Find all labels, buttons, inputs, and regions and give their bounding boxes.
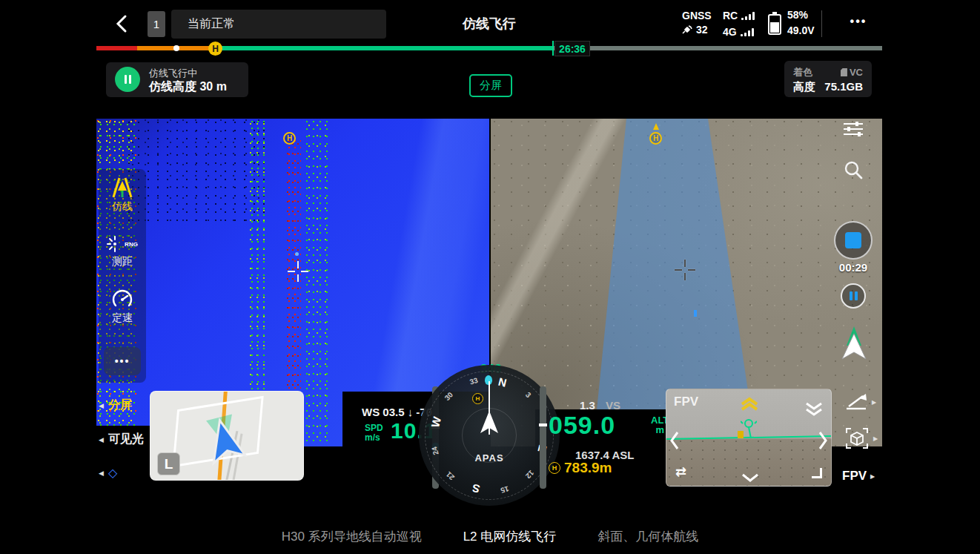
fpv-waypoint-marker (738, 431, 744, 438)
more-menu-button[interactable]: ••• (844, 15, 873, 33)
tab-h30-inspection[interactable]: H30 系列导地线自动巡视 (280, 521, 423, 554)
mission-status-panel[interactable]: 仿线飞行中 仿线高度 30 m (106, 62, 248, 97)
back-button[interactable] (111, 12, 133, 36)
layer-pointcloud-toggle[interactable]: ◀ ◇ (99, 466, 117, 480)
rc-label: RC (723, 10, 738, 22)
crosshair-left (288, 261, 310, 282)
pan-right-chevron-icon[interactable] (818, 431, 828, 450)
home-point-marker: H (649, 132, 662, 145)
fpv-window-label: FPV (674, 395, 698, 409)
home-pointer-icon (652, 123, 660, 131)
collapse-window-chevron-icon[interactable] (804, 401, 824, 418)
layer-split-toggle[interactable]: ◀ 分屏 (99, 398, 132, 413)
timeline-segment-remaining (553, 46, 882, 50)
expand-right-icon: ▶ (873, 435, 878, 442)
waypoint-tick (694, 310, 697, 317)
tab-slope-geometry[interactable]: 斜面、几何体航线 (596, 521, 700, 554)
colorize-label: 着色 (793, 65, 812, 79)
aircraft-status-text: 当前正常 (188, 16, 235, 32)
storage-type: VC (850, 67, 863, 78)
net-label: 4G (723, 26, 737, 38)
record-stop-button[interactable] (834, 221, 873, 260)
link-block[interactable]: RC 4G (723, 10, 755, 38)
altitude-value: 059.0 (549, 411, 615, 440)
battery-block[interactable]: 58% 49.0V (787, 9, 815, 36)
timeline-segment-done (215, 46, 553, 50)
home-badge-icon: H (549, 462, 560, 474)
waypoint-index-badge[interactable]: 1 (148, 11, 165, 37)
aircraft-status-box[interactable]: 当前正常 (171, 10, 386, 39)
crosshair-right (675, 260, 697, 280)
battery-voltage: 49.0V (787, 24, 815, 36)
speed-label: SPD m/s (365, 423, 383, 443)
aircraft-symbol-icon (480, 411, 499, 435)
sidebar-item-follow-line[interactable]: 仿线 (99, 177, 146, 214)
layer-visible-light-toggle[interactable]: ◀ 可见光 (99, 430, 150, 449)
record-time: 00:29 (832, 261, 875, 274)
mission-status-line1: 仿线飞行中 (149, 67, 197, 80)
gimbal-down-chevron-icon[interactable] (741, 472, 760, 483)
sd-card-icon (841, 68, 847, 76)
mission-pause-button[interactable] (115, 67, 140, 92)
timeline-event-dot (173, 45, 179, 51)
sidebar-item-label: 定速 (99, 311, 146, 325)
gimbal-up-chevron-icon[interactable] (739, 397, 760, 412)
bottom-tab-bar: H30 系列导地线自动巡视 L2 电网仿线飞行 斜面、几何体航线 (0, 521, 980, 554)
fpv-view-label: FPV (842, 469, 867, 484)
tab-l2-powerline[interactable]: L2 电网仿线飞行 (462, 521, 558, 554)
record-pause-button[interactable] (841, 283, 866, 309)
collapse-arrow-icon: ◀ (99, 402, 104, 409)
drone-heading-icon (840, 325, 868, 360)
page-title: 仿线飞行 (415, 15, 563, 33)
mission-status-line2: 仿线高度 30 m (149, 79, 227, 95)
vertical-speed-readout: 1.3 VS (580, 399, 620, 412)
timeline-elapsed-time: 26:36 (554, 41, 590, 56)
compass-home-icon: H (472, 393, 483, 404)
storage-panel[interactable]: 着色 VC 高度 75.1GB (784, 61, 872, 97)
altitude-gauge (540, 386, 546, 489)
timeline-home-marker: H (208, 42, 222, 56)
timeline-cursor[interactable] (552, 41, 554, 56)
gimbal-pitch-control[interactable]: ▶ (845, 393, 876, 411)
fpv-mini-window[interactable]: FPV ⇄ (666, 389, 832, 487)
colorize-mode: 高度 (793, 79, 815, 93)
follow-line-icon (109, 177, 136, 199)
pointcloud-diamond-icon: ◇ (108, 466, 117, 480)
collapse-arrow-icon: ◀ (99, 469, 104, 477)
battery-percent: 58% (787, 9, 815, 21)
sidebar-more-button[interactable]: ••• (104, 347, 141, 375)
minimap-l-button[interactable]: L (157, 452, 180, 475)
collapse-arrow-icon: ◀ (99, 436, 104, 443)
pan-left-chevron-icon[interactable] (669, 431, 680, 450)
split-screen-button[interactable]: 分屏 (469, 74, 512, 97)
minimap[interactable]: L (150, 391, 304, 481)
storage-free: 75.1GB (824, 79, 863, 93)
sidebar-item-rangefinder[interactable]: RNG 测距 (99, 234, 146, 268)
pointcloud-texture (126, 119, 267, 222)
layer-visible-light-label: 可见光 (108, 432, 144, 447)
camera-settings-icon[interactable] (842, 121, 864, 137)
sidebar-item-label: 测距 (99, 255, 146, 268)
gnss-count: 32 (696, 24, 708, 36)
tool-sidebar: 仿线 RNG 测距 定速 (99, 169, 146, 383)
rangefinder-icon: RNG (99, 234, 146, 254)
expand-corner-icon[interactable] (812, 468, 822, 478)
layer-split-label: 分屏 (108, 398, 132, 413)
minimap-drone-arrow (202, 414, 247, 466)
fpv-view-button[interactable]: FPV ▶ (842, 469, 875, 484)
home-distance: H 783.9m (549, 460, 612, 476)
gnss-label: GNSS (682, 10, 712, 22)
topbar-divider (821, 10, 822, 37)
home-point-marker: H (283, 132, 296, 145)
gimbal-pitch-icon (845, 393, 867, 411)
view-3d-control[interactable]: ▶ (845, 427, 878, 449)
satellite-icon (682, 25, 692, 35)
camera-zoom-icon[interactable] (844, 160, 863, 179)
swap-view-icon[interactable]: ⇄ (675, 464, 686, 480)
flight-app: 1 当前正常 仿线飞行 GNSS 32 RC 4G (0, 0, 980, 554)
cube-3d-icon (845, 427, 869, 449)
sidebar-item-cruise-speed[interactable]: 定速 (99, 289, 146, 325)
home-distance-value: 783.9m (564, 460, 612, 476)
chevron-left-icon (111, 12, 133, 36)
gnss-block[interactable]: GNSS 32 (682, 10, 712, 36)
